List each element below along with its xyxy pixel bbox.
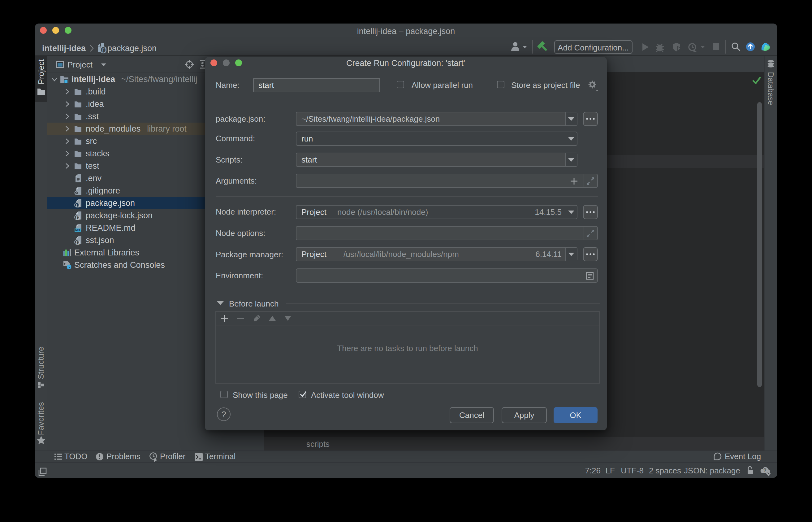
svg-text:{}: {} [102, 48, 107, 53]
svg-text:MD: MD [75, 228, 80, 232]
svg-text:{}: {} [76, 203, 81, 207]
svg-text:{}: {} [76, 240, 81, 245]
svg-text:{}: {} [76, 216, 81, 220]
svg-text:?: ? [764, 468, 767, 473]
